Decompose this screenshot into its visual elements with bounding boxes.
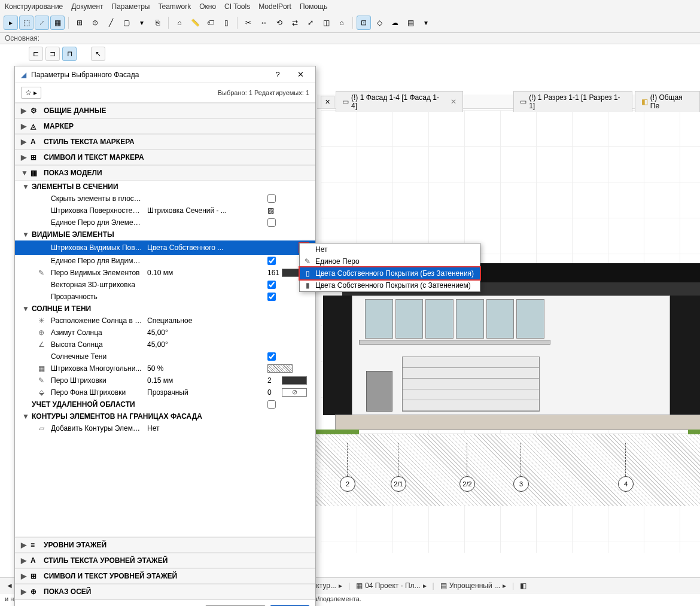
tab-section[interactable]: ▭(!) 1 Разрез 1-1 [1 Разрез 1-1] [513, 91, 632, 112]
section-model-display[interactable]: ▼▦ПОКАЗ МОДЕЛИ [15, 165, 315, 181]
section-icon[interactable]: ▯ [219, 16, 233, 30]
row-sun-height[interactable]: ∠Высота Солнца45,00° [15, 339, 315, 351]
home-icon[interactable]: ⌂ [334, 16, 349, 30]
tab-general[interactable]: ◧(!) Общая Пе [635, 91, 700, 112]
vis-single-pen-checkbox[interactable] [267, 257, 276, 265]
marker-icon: ◬ [31, 122, 40, 130]
guide-tool-icon[interactable]: ▦ [50, 16, 65, 30]
row-visible-pen[interactable]: ✎Перо Видимых Элементов0.10 мм161 [15, 267, 315, 279]
row-hatch-pen[interactable]: ✎Перо Штриховки0.15 мм2 [15, 374, 315, 386]
section-general[interactable]: ▶⚙ОБЩИЕ ДАННЫЕ [15, 103, 315, 118]
dropdown-option-own-colors-shaded[interactable]: ▮Цвета Собственного Покрытия (с Затенени… [300, 279, 480, 291]
project-combo[interactable]: 04 Проект - Пл... [365, 581, 421, 590]
subsection-contours[interactable]: ▼КОНТУРЫ ЭЛЕМЕНТОВ НА ГРАНИЦАХ ФАСАДА [15, 410, 315, 422]
snap-icon[interactable]: ⊙ [88, 16, 102, 30]
row-add-contours[interactable]: ▱Добавить Контуры Элемен...Нет [15, 422, 315, 434]
dropdown-option-single-pen[interactable]: ✎Единое Перо [300, 255, 480, 267]
dropdown-option-own-colors-unshaded[interactable]: ▯Цвета Собственного Покрытия (Без Затене… [299, 266, 481, 281]
rotate-icon[interactable]: ⟲ [272, 16, 287, 30]
section-marker-symbol[interactable]: ▶⊞СИМВОЛ И ТЕКСТ МАРКЕРА [15, 150, 315, 165]
move-icon[interactable]: ↔ [257, 16, 271, 30]
close-button[interactable]: ✕ [291, 70, 309, 79]
subsection-sun[interactable]: ▼СОЛНЦЕ И ТЕНИ [15, 303, 315, 315]
subsection-cut-elements[interactable]: ▼ЭЛЕМЕНТЫ В СЕЧЕНИИ [15, 181, 315, 193]
style-combo[interactable]: Упрощенный ... [449, 581, 500, 590]
remote-checkbox[interactable] [267, 400, 276, 409]
vec3d-checkbox[interactable] [267, 281, 276, 289]
arrow-tool-icon[interactable]: ▸ [4, 16, 18, 30]
sel-mode-3-icon[interactable]: ⊓ [62, 47, 77, 61]
cube-icon[interactable]: ◧ [520, 581, 526, 590]
section-grid-display[interactable]: ▶⊕ПОКАЗ ОСЕЙ [15, 584, 315, 599]
row-sun-pos[interactable]: ☀Расположение Солнца в П...Специальное [15, 315, 315, 327]
layers-icon[interactable]: ▤ [403, 16, 418, 30]
pen-swatch[interactable] [282, 388, 307, 397]
row-visible-single-pen[interactable]: Единое Перо для Видимых... [15, 255, 315, 267]
menu-item[interactable]: CI Tools [224, 2, 250, 11]
favorites-button[interactable]: ☆ ▸ [21, 87, 41, 99]
row-bg-pen[interactable]: ⬙Перо Фона ШтриховкиПрозрачный0 [15, 386, 315, 398]
shadows-checkbox[interactable] [267, 352, 276, 361]
subsection-visible[interactable]: ▼ВИДИМЫЕ ЭЛЕМЕНТЫ [15, 229, 315, 240]
marquee-tool-icon[interactable]: ⬚ [19, 16, 34, 30]
hide-flat-checkbox[interactable] [267, 194, 276, 203]
row-surface-hatch[interactable]: Штриховка Поверхностей ...Штриховка Сече… [15, 205, 315, 217]
row-vector-3d[interactable]: Векторная 3D-штриховка [15, 279, 315, 291]
eraser-icon[interactable]: ◇ [372, 16, 386, 30]
stretch-icon[interactable]: ⤢ [303, 16, 318, 30]
menu-item[interactable]: Помощь [300, 2, 327, 11]
row-hide-flat[interactable]: Скрыть элементы в плоско... [15, 193, 315, 205]
sel-mode-1-icon[interactable]: ⊏ [29, 47, 43, 61]
row-transparency[interactable]: Прозрачность [15, 291, 315, 303]
row-visible-hatch[interactable]: Штриховка Видимых Пове...Цвета Собственн… [15, 240, 315, 255]
rect-dd-icon[interactable]: ▾ [135, 16, 149, 30]
row-shadows[interactable]: Солнечные Тени [15, 351, 315, 363]
help-button[interactable]: ? [269, 70, 287, 79]
menu-item[interactable]: Teamwork [159, 2, 191, 11]
section-story-symbol[interactable]: ▶⊞СИМВОЛ И ТЕКСТ УРОВНЕЙ ЭТАЖЕЙ [15, 568, 315, 584]
menu-item[interactable]: Окно [199, 2, 216, 11]
cursor-icon[interactable]: ↖ [91, 47, 105, 61]
menu-item[interactable]: Конструирование [5, 2, 63, 11]
dropdown-option-none[interactable]: Нет [300, 243, 480, 255]
menu-item[interactable]: Документ [71, 2, 103, 11]
menu-item[interactable]: ModelPort [258, 2, 291, 11]
hatch-swatch[interactable] [267, 364, 293, 373]
row-single-pen[interactable]: Единое Перо для Элемент... [15, 217, 315, 229]
clip-icon[interactable]: ⎘ [150, 16, 165, 30]
wall-icon[interactable]: ⌂ [172, 16, 187, 30]
tag-icon[interactable]: 🏷 [203, 16, 218, 30]
measure-tool-icon[interactable]: ⟋ [35, 16, 49, 30]
close-icon[interactable]: ✕ [451, 98, 456, 106]
ruler-icon[interactable]: 📏 [188, 16, 202, 30]
section-story-text[interactable]: ▶AСТИЛЬ ТЕКСТА УРОВНЕЙ ЭТАЖЕЙ [15, 553, 315, 568]
dropdown-icon[interactable]: ▾ [419, 16, 433, 30]
line-icon[interactable]: ╱ [104, 16, 118, 30]
grid-icon[interactable]: ⊞ [72, 16, 87, 30]
pen-swatch[interactable] [282, 376, 307, 385]
section-marker[interactable]: ▶◬МАРКЕР [15, 118, 315, 134]
pen-icon: ✎ [35, 269, 47, 277]
row-poly-hatch[interactable]: ▦Штриховка Многоугольни...50 % [15, 363, 315, 374]
row-azimuth[interactable]: ⊕Азимут Солнца45,00° [15, 327, 315, 339]
cloud-icon[interactable]: ☁ [388, 16, 402, 30]
trace-icon[interactable]: ⊡ [357, 16, 371, 30]
axis-label: 2/1 [391, 476, 406, 492]
transp-checkbox[interactable] [267, 293, 276, 301]
section-marker-text[interactable]: ▶AСТИЛЬ ТЕКСТА МАРКЕРА [15, 134, 315, 150]
axis-label: 2 [340, 476, 355, 492]
subsection-remote[interactable]: УЧЕТ УДАЛЕННОЙ ОБЛАСТИ [15, 398, 315, 410]
text-style-icon: A [31, 138, 40, 146]
rect-icon[interactable]: ▢ [119, 16, 133, 30]
single-pen-checkbox[interactable] [267, 218, 276, 227]
section-story-levels[interactable]: ▶≡УРОВНИ ЭТАЖЕЙ [15, 537, 315, 553]
offset-icon[interactable]: ◫ [319, 16, 333, 30]
sel-mode-2-icon[interactable]: ⊐ [45, 47, 60, 61]
tab-close-btn[interactable]: ✕ [321, 96, 334, 108]
sun-icon: ☀ [35, 316, 47, 325]
tab-facade[interactable]: ▭(!) 1 Фасад 1-4 [1 Фасад 1-4]✕ [336, 91, 463, 112]
app-icon: ◢ [21, 71, 26, 79]
cut-icon[interactable]: ✂ [241, 16, 255, 30]
mirror-icon[interactable]: ⇄ [288, 16, 302, 30]
menu-item[interactable]: Параметры [112, 2, 150, 11]
